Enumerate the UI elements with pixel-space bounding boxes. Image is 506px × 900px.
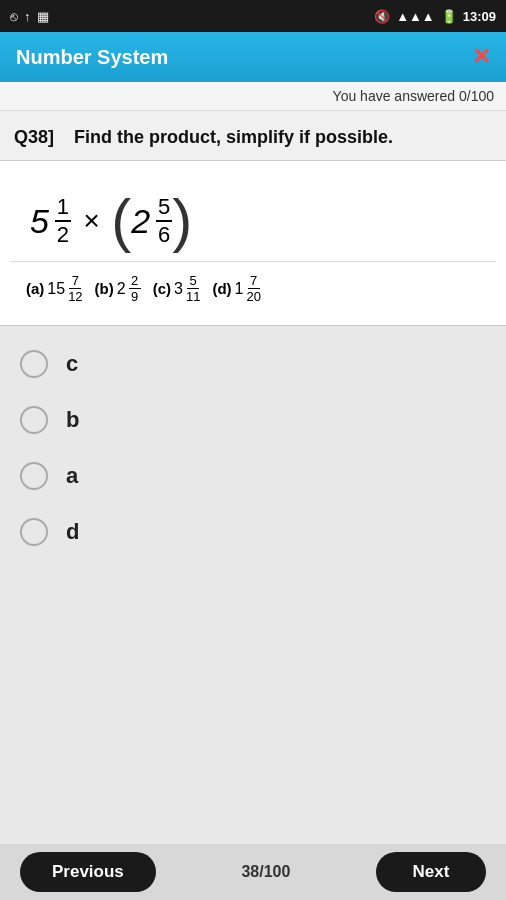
question-number: Q38] [14, 127, 54, 147]
upload-icon: ↑ [24, 9, 31, 24]
next-button[interactable]: Next [376, 852, 486, 892]
bottom-navigation: Previous 38/100 Next [0, 844, 506, 900]
answer-label-d: d [66, 519, 79, 545]
whole-part-2: 2 [131, 202, 150, 241]
signal-icon: ▲▲▲ [396, 9, 435, 24]
close-paren: ) [172, 191, 192, 251]
progress-indicator: You have answered 0/100 [0, 82, 506, 111]
page-title: Number System [16, 46, 168, 69]
clock: 13:09 [463, 9, 496, 24]
close-button[interactable]: ✕ [472, 44, 490, 70]
answer-label-a: a [66, 463, 78, 489]
status-bar: ⎋ ↑ ▦ 🔇 ▲▲▲ 🔋 13:09 [0, 0, 506, 32]
usb-icon: ⎋ [10, 9, 18, 24]
battery-icon: 🔋 [441, 9, 457, 24]
answer-label-b: b [66, 407, 79, 433]
choice-b: (b) 2 2 9 [95, 274, 141, 303]
second-mixed-number: 2 5 6 [131, 196, 172, 246]
answer-option-d[interactable]: d [0, 504, 506, 560]
math-expression-area: 5 1 2 × ( 2 5 6 ) (a) 15 7 12 [0, 160, 506, 326]
answer-label-c: c [66, 351, 78, 377]
title-bar: Number System ✕ [0, 32, 506, 82]
status-icons-right: 🔇 ▲▲▲ 🔋 13:09 [374, 9, 496, 24]
question-body: Find the product, simplify if possible. [74, 127, 393, 147]
answer-option-a[interactable]: a [0, 448, 506, 504]
times-operator: × [83, 205, 99, 237]
radio-d[interactable] [20, 518, 48, 546]
answer-option-c[interactable]: c [0, 336, 506, 392]
progress-text: You have answered 0/100 [333, 88, 494, 104]
choice-d: (d) 1 7 20 [212, 274, 261, 303]
open-paren: ( [111, 191, 131, 251]
fraction-2: 5 6 [156, 196, 172, 246]
mute-icon: 🔇 [374, 9, 390, 24]
choices-row: (a) 15 7 12 (b) 2 2 9 (c) 3 5 11 [10, 261, 496, 315]
first-mixed-number: 5 1 2 [30, 196, 71, 246]
whole-part-1: 5 [30, 202, 49, 241]
question-header: Q38] Find the product, simplify if possi… [0, 111, 506, 160]
answer-option-b[interactable]: b [0, 392, 506, 448]
status-icons-left: ⎋ ↑ ▦ [10, 9, 49, 24]
file-icon: ▦ [37, 9, 49, 24]
choice-a: (a) 15 7 12 [26, 274, 83, 303]
radio-b[interactable] [20, 406, 48, 434]
main-math-expr: 5 1 2 × ( 2 5 6 ) [10, 171, 496, 261]
answers-section: c b a d [0, 326, 506, 570]
page-counter: 38/100 [241, 863, 290, 881]
radio-a[interactable] [20, 462, 48, 490]
question-text: Q38] Find the product, simplify if possi… [14, 125, 492, 150]
radio-c[interactable] [20, 350, 48, 378]
choice-c: (c) 3 5 11 [153, 274, 201, 303]
previous-button[interactable]: Previous [20, 852, 156, 892]
fraction-1: 1 2 [55, 196, 71, 246]
